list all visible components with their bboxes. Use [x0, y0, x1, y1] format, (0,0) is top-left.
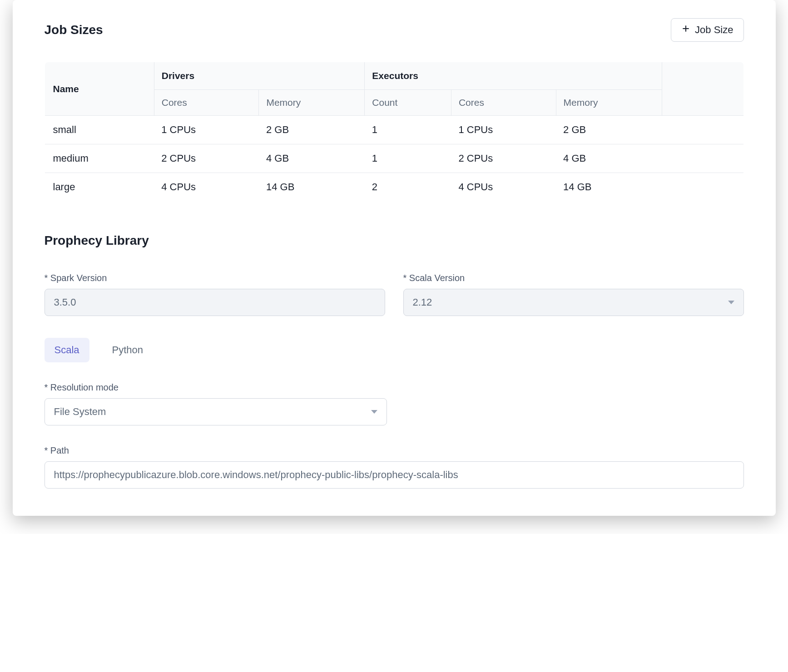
spark-version-input[interactable]	[45, 289, 385, 316]
job-sizes-title: Job Sizes	[45, 23, 103, 37]
cell-e_cores: 1 CPUs	[451, 116, 556, 144]
job-sizes-table: Name Drivers Executors Cores Memory Coun…	[45, 62, 744, 202]
table-row: large4 CPUs14 GB24 CPUs14 GB	[45, 173, 743, 202]
col-drivers: Drivers	[154, 62, 365, 90]
cell-e_count: 2	[365, 173, 451, 202]
job-sizes-header: Job Sizes Job Size	[45, 18, 744, 42]
cell-actions	[662, 116, 743, 144]
tab-scala[interactable]: Scala	[45, 338, 89, 362]
col-exec-cores: Cores	[451, 90, 556, 116]
add-job-size-button[interactable]: Job Size	[671, 18, 743, 42]
spark-version-label: * Spark Version	[45, 273, 385, 283]
cell-e_mem: 14 GB	[556, 173, 662, 202]
cell-d_mem: 14 GB	[259, 173, 365, 202]
cell-name: small	[45, 116, 154, 144]
col-driver-cores: Cores	[154, 90, 259, 116]
resolution-mode-label: * Resolution mode	[45, 382, 387, 393]
prophecy-library-title: Prophecy Library	[45, 233, 744, 248]
version-row: * Spark Version * Scala Version 2.12	[45, 273, 744, 316]
cell-e_mem: 4 GB	[556, 144, 662, 173]
config-card: Job Sizes Job Size Name Drivers Executor…	[13, 0, 776, 516]
table-row: medium2 CPUs4 GB12 CPUs4 GB	[45, 144, 743, 173]
cell-d_mem: 2 GB	[259, 116, 365, 144]
col-exec-memory: Memory	[556, 90, 662, 116]
cell-e_count: 1	[365, 116, 451, 144]
col-name: Name	[45, 62, 154, 116]
chevron-down-icon	[371, 410, 377, 414]
path-label: * Path	[45, 445, 744, 456]
chevron-down-icon	[728, 301, 734, 304]
scala-version-select[interactable]: 2.12	[403, 289, 744, 316]
cell-d_cores: 1 CPUs	[154, 116, 259, 144]
cell-e_cores: 2 CPUs	[451, 144, 556, 173]
plus-icon	[681, 24, 690, 36]
path-input[interactable]	[45, 461, 744, 489]
cell-e_count: 1	[365, 144, 451, 173]
add-job-size-label: Job Size	[695, 24, 733, 36]
cell-name: medium	[45, 144, 154, 173]
cell-d_cores: 4 CPUs	[154, 173, 259, 202]
table-row: small1 CPUs2 GB11 CPUs2 GB	[45, 116, 743, 144]
resolution-mode-value: File System	[54, 406, 106, 418]
cell-actions	[662, 144, 743, 173]
col-executors: Executors	[365, 62, 662, 90]
cell-d_mem: 4 GB	[259, 144, 365, 173]
cell-d_cores: 2 CPUs	[154, 144, 259, 173]
scala-version-value: 2.12	[413, 296, 432, 308]
col-exec-count: Count	[365, 90, 451, 116]
scala-version-label: * Scala Version	[403, 273, 744, 283]
cell-name: large	[45, 173, 154, 202]
cell-actions	[662, 173, 743, 202]
language-tabs: Scala Python	[45, 338, 744, 362]
cell-e_cores: 4 CPUs	[451, 173, 556, 202]
cell-e_mem: 2 GB	[556, 116, 662, 144]
col-actions	[662, 62, 743, 116]
tab-python[interactable]: Python	[102, 338, 154, 362]
col-driver-memory: Memory	[259, 90, 365, 116]
resolution-mode-select[interactable]: File System	[45, 398, 387, 425]
